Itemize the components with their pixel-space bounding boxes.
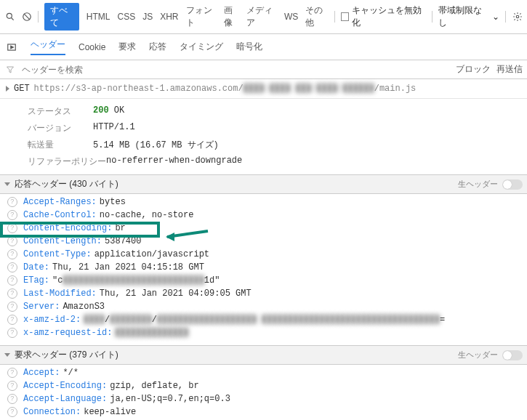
filter-tab-html[interactable]: HTML: [87, 12, 110, 22]
version-label: バージョン: [28, 122, 93, 134]
header-row: ?Accept:*/*: [0, 366, 527, 379]
block-button[interactable]: ブロック: [456, 63, 491, 76]
block-icon[interactable]: [21, 11, 32, 23]
request-headers-label: 要求ヘッダー (379 バイト): [15, 349, 118, 361]
funnel-icon[interactable]: [4, 64, 16, 76]
raw-toggle[interactable]: [502, 179, 523, 190]
toggle-pane-icon[interactable]: [6, 41, 17, 53]
help-icon[interactable]: ?: [7, 328, 17, 338]
request-headers-section[interactable]: 要求ヘッダー (379 バイト) 生ヘッダー: [0, 345, 527, 365]
help-icon[interactable]: ?: [7, 407, 17, 417]
throttling-label: 帯域制限なし: [438, 4, 486, 29]
help-icon[interactable]: ?: [7, 394, 17, 404]
header-row: ?Accept-Language:ja,en-US;q=0.7,en;q=0.3: [0, 392, 527, 405]
divider: [334, 11, 335, 23]
request-meta: ステータス200 OK バージョンHTTP/1.1 転送量5.14 MB (16…: [0, 99, 527, 174]
help-icon[interactable]: ?: [7, 210, 17, 220]
header-row: ?Content-Type:application/javascript: [0, 248, 527, 261]
header-value: ██████████████: [115, 328, 188, 338]
collapse-triangle-icon: [4, 182, 10, 186]
filter-tab-other[interactable]: その他: [305, 4, 329, 29]
header-value: ja,en-US;q=0.7,en;q=0.3: [110, 394, 230, 404]
expand-triangle-icon: [6, 86, 9, 92]
header-value: */*: [63, 368, 79, 378]
tab-request[interactable]: 要求: [118, 41, 136, 53]
header-row: ?Accept-Ranges:bytes: [0, 195, 527, 209]
header-row: ?Accept-Encoding:gzip, deflate, br: [0, 379, 527, 392]
header-value: gzip, deflate, br: [110, 381, 198, 391]
settings-icon[interactable]: [512, 11, 523, 23]
header-value: 5387400: [105, 236, 141, 246]
svg-marker-6: [11, 46, 13, 49]
header-name: Cache-Control:: [23, 210, 97, 220]
help-icon[interactable]: ?: [7, 288, 17, 299]
help-icon[interactable]: ?: [7, 197, 17, 207]
chevron-down-icon: ⌄: [492, 12, 499, 22]
throttling-dropdown[interactable]: 帯域制限なし ⌄: [438, 4, 523, 29]
filter-tab-xhr[interactable]: XHR: [160, 12, 178, 22]
filter-tab-media[interactable]: メディア: [246, 4, 277, 29]
header-value: Thu, 21 Jan 2021 04:09:05 GMT: [100, 288, 252, 299]
help-icon[interactable]: ?: [7, 381, 17, 391]
header-name: Last-Modified:: [23, 288, 97, 299]
help-icon[interactable]: ?: [7, 223, 17, 233]
help-icon[interactable]: ?: [7, 315, 17, 325]
referrer-policy-value: no-referrer-when-downgrade: [106, 156, 242, 168]
header-value: AmazonS3: [63, 302, 105, 312]
header-value: ████/████████/███████████████████ ██████…: [84, 315, 445, 325]
response-headers-section[interactable]: 応答ヘッダー (430 バイト) 生ヘッダー: [0, 174, 527, 194]
filter-tab-css[interactable]: CSS: [117, 12, 135, 22]
request-url-row[interactable]: GET https://s3-ap-northeast-1.amazonaws.…: [0, 79, 527, 99]
tab-cookie[interactable]: Cookie: [79, 42, 105, 52]
disable-cache-checkbox[interactable]: キャッシュを無効化: [341, 4, 426, 29]
header-name: Accept-Ranges:: [23, 197, 97, 207]
header-name: Accept-Language:: [23, 394, 107, 404]
transfer-label: 転送量: [28, 139, 93, 151]
referrer-policy-label: リファラーポリシー: [28, 156, 106, 168]
filter-toolbar: すべて HTML CSS JS XHR フォント 画像 メディア WS その他 …: [0, 0, 527, 34]
disable-cache-label: キャッシュを無効化: [352, 4, 426, 29]
header-value: bytes: [100, 197, 126, 207]
response-headers-list: ?Accept-Ranges:bytes?Cache-Control:no-ca…: [0, 194, 527, 345]
filter-tab-js[interactable]: JS: [142, 12, 153, 22]
collapse-triangle-icon: [4, 353, 10, 357]
request-method: GET: [14, 84, 30, 94]
svg-line-1: [11, 18, 13, 20]
search-icon[interactable]: [4, 11, 15, 23]
svg-point-4: [516, 15, 519, 18]
response-headers-label: 応答ヘッダー (430 バイト): [15, 178, 118, 190]
header-name: Accept:: [23, 368, 60, 378]
transfer-value: 5.14 MB (16.67 MB サイズ): [93, 139, 219, 151]
detail-tabs: ヘッダー Cookie 要求 応答 タイミング 暗号化: [0, 34, 527, 60]
filter-tab-font[interactable]: フォント: [186, 4, 217, 29]
version-value: HTTP/1.1: [93, 122, 135, 134]
resend-button[interactable]: 再送信: [496, 63, 523, 76]
filter-tab-ws[interactable]: WS: [284, 12, 298, 22]
divider: [432, 11, 433, 23]
header-value: no-cache, no-store: [100, 210, 194, 220]
help-icon[interactable]: ?: [7, 275, 17, 286]
help-icon[interactable]: ?: [7, 302, 17, 312]
header-name: x-amz-id-2:: [23, 315, 81, 325]
tab-headers[interactable]: ヘッダー: [31, 39, 65, 55]
help-icon[interactable]: ?: [7, 262, 17, 272]
raw-toggle[interactable]: [502, 350, 523, 360]
svg-marker-7: [7, 67, 14, 73]
header-row: ?ETag:"c███████████████████████████1d": [0, 274, 527, 287]
filter-tab-all[interactable]: すべて: [44, 3, 79, 31]
tab-security[interactable]: 暗号化: [236, 41, 262, 53]
tab-response[interactable]: 応答: [149, 41, 166, 53]
status-value: 200 OK: [93, 105, 124, 118]
help-icon[interactable]: ?: [7, 249, 17, 259]
header-row: ?Content-Encoding:br: [0, 222, 527, 235]
filter-tab-img[interactable]: 画像: [224, 4, 239, 29]
header-name: ETag:: [23, 275, 49, 286]
help-icon[interactable]: ?: [7, 368, 17, 378]
header-row: ?Server:AmazonS3: [0, 300, 527, 313]
help-icon[interactable]: ?: [7, 236, 17, 246]
header-name: Accept-Encoding:: [23, 381, 107, 391]
divider: [505, 11, 506, 23]
request-headers-list: ?Accept:*/*?Accept-Encoding:gzip, deflat…: [0, 365, 527, 420]
tab-timing[interactable]: タイミング: [180, 41, 223, 53]
header-search-input[interactable]: [22, 65, 450, 75]
